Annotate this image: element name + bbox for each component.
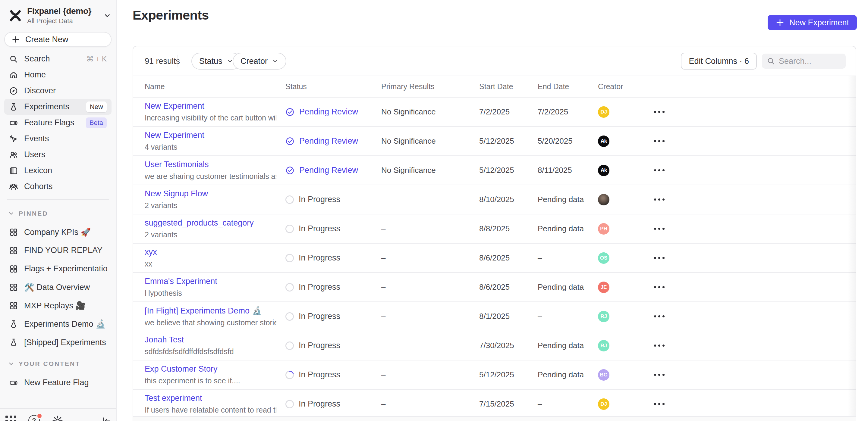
experiment-link[interactable]: Exp Customer Story bbox=[145, 364, 276, 374]
experiment-link[interactable]: xyx bbox=[145, 248, 276, 257]
in-progress-icon bbox=[285, 195, 294, 204]
sidebar-item-events[interactable]: Events bbox=[4, 131, 112, 147]
primary-results: No Significance bbox=[381, 107, 479, 117]
column-header-status[interactable]: Status bbox=[285, 82, 381, 91]
new-experiment-button[interactable]: New Experiment bbox=[768, 15, 857, 30]
experiment-link[interactable]: User Testimonials bbox=[145, 160, 276, 169]
workspace-switcher[interactable]: Fixpanel {demo} All Project Data bbox=[8, 8, 111, 24]
creator-filter-dropdown[interactable]: Creator bbox=[233, 53, 286, 70]
avatar[interactable]: BG bbox=[598, 369, 610, 381]
your-content-section-header[interactable]: YOUR CONTENT bbox=[8, 360, 112, 368]
sidebar-divider bbox=[7, 199, 109, 200]
row-menu-button[interactable] bbox=[653, 225, 666, 233]
row-menu-button[interactable] bbox=[653, 137, 666, 145]
edit-columns-button[interactable]: Edit Columns · 6 bbox=[681, 53, 757, 70]
row-menu-button[interactable] bbox=[653, 108, 666, 116]
experiment-link[interactable]: Jonah Test bbox=[145, 335, 276, 345]
experiment-subtitle: If users have relatable content to read … bbox=[145, 406, 276, 414]
experiment-link[interactable]: New Signup Flow bbox=[145, 189, 276, 198]
create-new-button[interactable]: Create New bbox=[4, 32, 112, 47]
notification-dot bbox=[36, 413, 42, 419]
column-header-end-date[interactable]: End Date bbox=[538, 82, 598, 91]
flask-icon bbox=[9, 338, 18, 347]
status-label: In Progress bbox=[299, 195, 340, 204]
avatar[interactable]: DJ bbox=[598, 398, 610, 410]
end-date: – bbox=[538, 312, 598, 321]
apps-grid-icon[interactable] bbox=[5, 415, 16, 421]
avatar[interactable]: PH bbox=[598, 223, 610, 235]
experiment-link[interactable]: New Experiment bbox=[145, 131, 276, 140]
experiment-link[interactable]: [In Flight] Experiments Demo 🔬 bbox=[145, 306, 276, 316]
row-menu-button[interactable] bbox=[653, 371, 666, 379]
row-menu-button[interactable] bbox=[653, 254, 666, 262]
start-date: 7/2/2025 bbox=[479, 107, 538, 117]
experiment-link[interactable]: Test experiment bbox=[145, 394, 276, 403]
row-menu-button[interactable] bbox=[653, 342, 666, 350]
collapse-sidebar-icon[interactable] bbox=[101, 416, 112, 421]
column-header-primary-results[interactable]: Primary Results bbox=[381, 82, 479, 91]
in-progress-icon bbox=[285, 254, 294, 262]
avatar[interactable]: Ak bbox=[598, 165, 610, 176]
help-button[interactable]: ? bbox=[28, 415, 40, 421]
experiment-link[interactable]: Emma's Experiment bbox=[145, 277, 276, 286]
pinned-item-mxp-replays[interactable]: MXP Replays 🎥 bbox=[4, 296, 112, 315]
results-count: 91 results bbox=[145, 57, 180, 66]
dashboard-icon bbox=[9, 283, 18, 292]
cohorts-icon bbox=[9, 182, 18, 191]
book-panel-icon bbox=[9, 166, 18, 175]
main-content: Experiments New Experiment 91 results St… bbox=[117, 0, 868, 421]
table-row: User Testimonialswe are sharing customer… bbox=[133, 156, 856, 185]
sidebar-item-discover[interactable]: Discover bbox=[4, 83, 112, 99]
sidebar-item-experiments[interactable]: Experiments New bbox=[4, 99, 112, 115]
column-header-start-date[interactable]: Start Date bbox=[479, 82, 538, 91]
new-badge: New bbox=[86, 101, 107, 112]
end-date: 5/20/2025 bbox=[538, 136, 598, 146]
row-menu-button[interactable] bbox=[653, 400, 666, 408]
row-menu-button[interactable] bbox=[653, 312, 666, 320]
experiment-link[interactable]: New Experiment bbox=[145, 101, 276, 111]
sidebar-item-feature-flags[interactable]: Feature Flags Beta bbox=[4, 115, 112, 131]
row-menu-button[interactable] bbox=[653, 166, 666, 174]
avatar[interactable]: RJ bbox=[598, 311, 610, 322]
pinned-item-find-your-replay[interactable]: FIND YOUR REPLAY bbox=[4, 241, 112, 260]
experiment-subtitle: this experiment is to see if.... bbox=[145, 377, 276, 385]
avatar[interactable]: RJ bbox=[598, 340, 610, 351]
end-date: Pending data bbox=[538, 195, 598, 204]
row-menu-button[interactable] bbox=[653, 283, 666, 291]
row-menu-button[interactable] bbox=[653, 195, 666, 203]
sidebar-item-cohorts[interactable]: Cohorts bbox=[4, 179, 112, 195]
sidebar-item-users[interactable]: Users bbox=[4, 147, 112, 163]
chevron-down-icon bbox=[8, 210, 14, 217]
sidebar-item-search[interactable]: Search ⌘ + K bbox=[4, 51, 112, 67]
column-header-name[interactable]: Name bbox=[145, 82, 285, 91]
pinned-section-header[interactable]: PINNED bbox=[8, 209, 112, 218]
experiment-subtitle: Increasing visibility of the cart button… bbox=[145, 114, 276, 122]
pinned-item-company-kpis[interactable]: Company KPIs 🚀 bbox=[4, 223, 112, 241]
experiment-subtitle: 2 variants bbox=[145, 230, 276, 239]
pinned-item-data-overview[interactable]: 🛠️ Data Overview bbox=[4, 278, 112, 296]
gear-icon[interactable] bbox=[52, 415, 63, 421]
check-circle-icon bbox=[285, 166, 294, 175]
table-row: Test experimentIf users have relatable c… bbox=[133, 390, 856, 419]
pinned-item-experiments-demo[interactable]: Experiments Demo 🔬 bbox=[4, 315, 112, 333]
sidebar-item-home[interactable]: Home bbox=[4, 67, 112, 83]
avatar[interactable]: Ak bbox=[598, 135, 610, 147]
dashboard-icon bbox=[9, 228, 18, 237]
primary-results: – bbox=[381, 224, 479, 233]
check-circle-icon bbox=[285, 137, 294, 146]
experiment-subtitle: xx bbox=[145, 260, 276, 268]
end-date: Pending data bbox=[538, 341, 598, 350]
experiment-link[interactable]: suggested_products_category bbox=[145, 218, 276, 228]
avatar[interactable]: JE bbox=[598, 282, 610, 293]
search-input[interactable] bbox=[779, 57, 841, 66]
column-header-creator[interactable]: Creator bbox=[598, 82, 646, 91]
pinned-item-shipped-experiments-demo[interactable]: [Shipped] Experiments Demo 🖊️ bbox=[4, 333, 112, 351]
sidebar-item-lexicon[interactable]: Lexicon bbox=[4, 163, 112, 179]
avatar[interactable]: OS bbox=[598, 252, 610, 264]
your-content-item-new-feature-flag[interactable]: New Feature Flag bbox=[4, 374, 112, 392]
table-footer-strip bbox=[133, 416, 856, 421]
avatar-photo[interactable] bbox=[598, 194, 610, 205]
cursor-click-icon bbox=[9, 134, 18, 143]
pinned-item-flags-experimentation-demo[interactable]: Flags + Experimentation Demo , bbox=[4, 260, 112, 278]
avatar[interactable]: DJ bbox=[598, 106, 610, 118]
